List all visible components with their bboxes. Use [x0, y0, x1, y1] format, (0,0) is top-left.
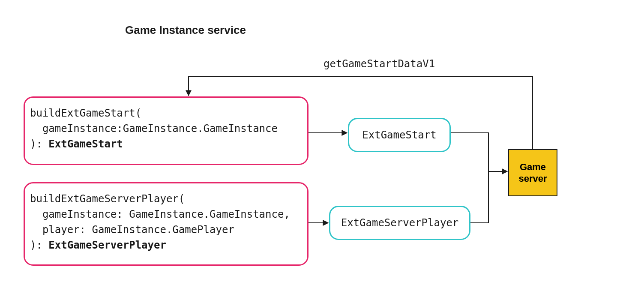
game-server-label-line1: Game [518, 161, 547, 173]
output-label: ExtGameStart [362, 129, 436, 141]
diagram-canvas: Game Instance service getGameStartDataV1… [0, 0, 644, 285]
return-type: ExtGameStart [48, 138, 123, 150]
code-line: buildExtGameServerPlayer( [30, 193, 185, 205]
func-buildExtGameServerPlayer: buildExtGameServerPlayer( gameInstance: … [24, 182, 309, 266]
arrow-out2-to-server [470, 171, 488, 223]
output-label: ExtGameServerPlayer [341, 217, 459, 229]
return-type: ExtGameServerPlayer [48, 239, 166, 251]
output-ExtGameServerPlayer: ExtGameServerPlayer [329, 206, 470, 240]
diagram-title: Game Instance service [125, 24, 246, 37]
code-line: gameInstance:GameInstance.GameInstance [30, 123, 278, 135]
code-line: player: GameInstance.GamePlayer [30, 224, 234, 236]
code-line: gameInstance: GameInstance.GameInstance, [30, 208, 290, 220]
game-server-node: Game server [508, 149, 557, 196]
output-ExtGameStart: ExtGameStart [348, 118, 451, 152]
code-line: ): [30, 138, 48, 150]
arrow-out1-to-server [451, 133, 507, 171]
code-line: ): [30, 239, 48, 251]
flow-label-getGameStartDataV1: getGameStartDataV1 [323, 58, 435, 70]
code-line: buildExtGameStart( [30, 107, 141, 119]
game-server-label-line2: server [518, 173, 547, 185]
func-buildExtGameStart: buildExtGameStart( gameInstance:GameInst… [24, 96, 309, 165]
